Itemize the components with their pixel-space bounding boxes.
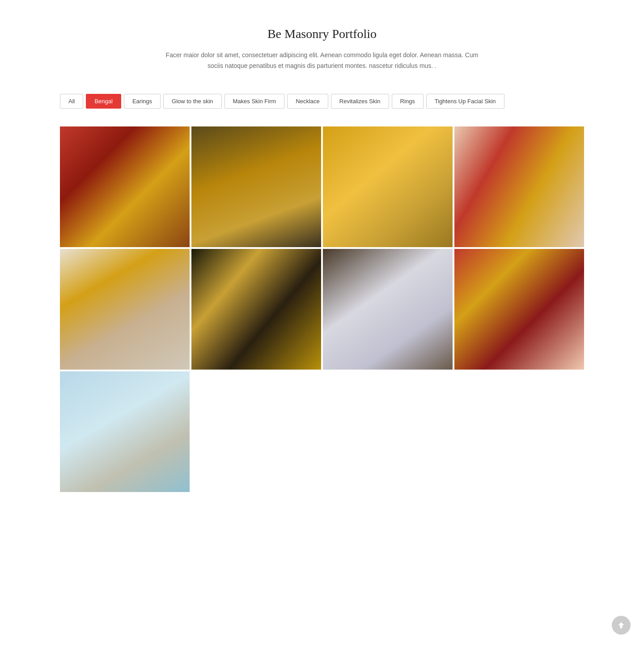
grid-item-9[interactable]	[60, 371, 190, 492]
grid-item-3[interactable]	[323, 126, 453, 247]
page-title: Be Masonry Portfolio	[9, 27, 635, 41]
filter-bar: AllBengalEaringsGlow to the skinMakes Sk…	[9, 94, 635, 109]
filter-btn-earings[interactable]: Earings	[124, 94, 161, 109]
filter-btn-tightens-up-facial-skin[interactable]: Tightens Up Facial Skin	[426, 94, 504, 109]
grid-image-5	[60, 249, 190, 370]
filter-btn-glow-to-the-skin[interactable]: Glow to the skin	[163, 94, 222, 109]
grid-image-7	[323, 249, 453, 370]
grid-image-6	[191, 249, 321, 370]
grid-row-3	[9, 371, 635, 492]
grid-row-1	[9, 126, 635, 247]
filter-btn-revitalizes-skin[interactable]: Revitalizes Skin	[331, 94, 389, 109]
filter-btn-rings[interactable]: Rings	[392, 94, 424, 109]
grid-image-3	[323, 126, 453, 247]
grid-item-6[interactable]	[191, 249, 321, 370]
grid-image-2	[191, 126, 321, 247]
grid-item-5[interactable]	[60, 249, 190, 370]
grid-image-1	[60, 126, 190, 247]
grid-item-4[interactable]	[454, 126, 584, 247]
grid-image-4	[454, 126, 584, 247]
grid-item-8[interactable]	[454, 249, 584, 370]
filter-btn-all[interactable]: All	[60, 94, 83, 109]
page-wrapper: Be Masonry Portfolio Facer maior dolor s…	[0, 0, 644, 512]
filter-btn-necklace[interactable]: Necklace	[287, 94, 328, 109]
grid-item-1[interactable]	[60, 126, 190, 247]
page-description: Facer maior dolor sit amet, consectetuer…	[165, 50, 479, 72]
masonry-grid	[9, 126, 635, 492]
grid-item-2[interactable]	[191, 126, 321, 247]
grid-image-9	[60, 371, 190, 492]
filter-btn-makes-skin-firm[interactable]: Makes Skin Firm	[225, 94, 285, 109]
grid-row-2	[9, 249, 635, 370]
grid-image-8	[454, 249, 584, 370]
filter-btn-bengal[interactable]: Bengal	[86, 94, 121, 109]
grid-item-7[interactable]	[323, 249, 453, 370]
